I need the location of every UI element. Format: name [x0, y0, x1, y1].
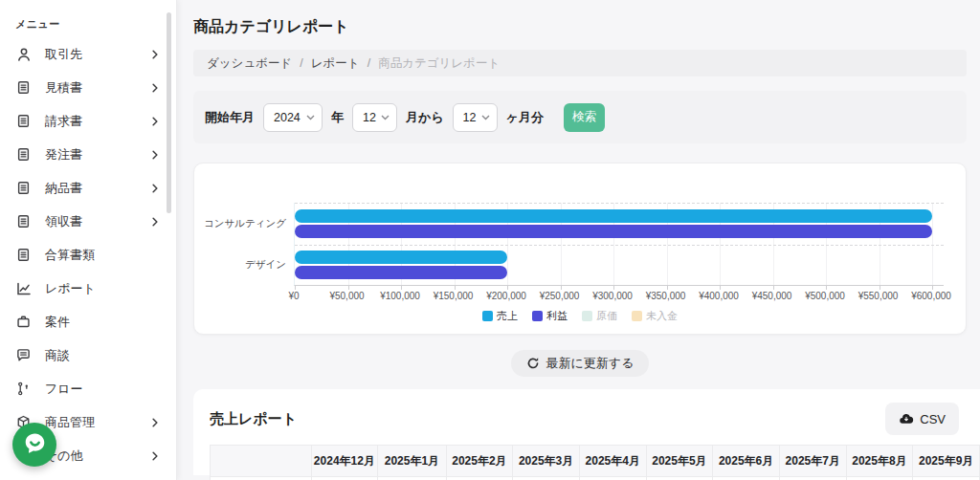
page-title: 商品カテゴリレポート	[193, 17, 967, 37]
cell-value: ¥0	[646, 477, 713, 480]
sidebar-item-label: 発注書	[45, 146, 149, 164]
x-axis-tick-label: ¥50,000	[329, 291, 364, 301]
span-select[interactable]: 12	[453, 103, 498, 132]
sidebar-item-フロー[interactable]: フロー	[0, 372, 176, 405]
column-header: 2024年12月	[311, 446, 378, 477]
sidebar-item-label: 領収書	[45, 213, 149, 230]
legend-swatch	[482, 311, 493, 321]
axis-tick	[348, 286, 349, 290]
axis-tick	[932, 286, 933, 290]
legend-item-売上[interactable]: 売上	[482, 309, 518, 323]
chevron-right-icon	[149, 149, 163, 161]
column-header: 2025年9月	[913, 446, 980, 477]
csv-button-label: CSV	[920, 412, 946, 426]
sidebar-item-見積書[interactable]: 見積書	[0, 71, 176, 104]
legend-swatch	[532, 311, 543, 321]
csv-download-button[interactable]: CSV	[885, 403, 959, 435]
table-row: コンサルティング¥0¥300,000¥0¥0¥0¥0¥0¥0¥0	[211, 477, 980, 480]
sidebar-item-案件[interactable]: 案件	[0, 305, 176, 338]
document-icon	[15, 247, 32, 263]
refresh-icon	[526, 357, 540, 370]
chart-category-label: コンサルティング	[194, 203, 286, 245]
bar-利益	[295, 266, 507, 279]
sidebar-item-請求書[interactable]: 請求書	[0, 104, 176, 138]
month-suffix-label: 月から	[406, 109, 444, 126]
sidebar-item-レポート[interactable]: レポート	[0, 272, 176, 305]
cell-value: ¥0	[579, 477, 646, 480]
x-axis-tick-label: ¥100,000	[380, 291, 420, 301]
refresh-button[interactable]: 最新に更新する	[511, 350, 650, 377]
x-axis-tick-label: ¥600,000	[911, 291, 951, 301]
sidebar-item-label: 商談	[45, 347, 163, 364]
breadcrumb-separator: /	[368, 56, 370, 70]
table-header-row: 2024年12月2025年1月2025年2月2025年3月2025年4月2025…	[211, 446, 980, 477]
chat-bubble-icon	[22, 430, 48, 459]
document-icon	[15, 213, 32, 229]
axis-tick	[880, 286, 880, 290]
chart-band-divider	[295, 203, 944, 204]
legend-item-原価[interactable]: 原価	[582, 309, 617, 323]
axis-tick	[561, 286, 562, 290]
person-icon	[15, 46, 32, 62]
cell-value: ¥0	[311, 477, 378, 480]
chart-band-divider	[295, 245, 944, 246]
column-header: 2025年5月	[646, 446, 713, 477]
sidebar: メニュー 取引先見積書請求書発注書納品書領収書合算書類レポート案件商談フロー商品…	[0, 0, 177, 480]
cell-value: ¥300,000	[378, 477, 446, 480]
sidebar-item-合算書類[interactable]: 合算書類	[0, 238, 176, 272]
column-header: 2025年6月	[713, 446, 780, 477]
sidebar-item-納品書[interactable]: 納品書	[0, 171, 176, 205]
year-select[interactable]: 2024	[263, 103, 323, 132]
column-header	[211, 446, 312, 477]
legend-item-未入金[interactable]: 未入金	[632, 309, 678, 323]
axis-tick	[507, 286, 508, 290]
axis-tick	[295, 286, 296, 290]
sidebar-menu-label: メニュー	[0, 17, 176, 37]
sidebar-item-発注書[interactable]: 発注書	[0, 138, 176, 171]
breadcrumb: ダッシュボード/レポート/商品カテゴリレポート	[193, 50, 967, 76]
chart-legend: 売上利益原価未入金	[194, 309, 966, 323]
axis-tick	[613, 286, 614, 290]
legend-item-利益[interactable]: 利益	[532, 309, 568, 323]
x-axis-tick-label: ¥200,000	[486, 291, 526, 301]
breadcrumb-link[interactable]: ダッシュボード	[207, 55, 292, 72]
sidebar-item-label: 請求書	[45, 113, 149, 130]
x-axis-tick-label: ¥500,000	[805, 291, 845, 301]
axis-tick	[773, 286, 774, 290]
legend-label: 未入金	[646, 309, 678, 323]
document-icon	[15, 113, 32, 129]
sidebar-scrollbar[interactable]	[167, 12, 171, 213]
chart-line-icon	[15, 280, 32, 296]
legend-label: 利益	[546, 309, 568, 323]
breadcrumb-link[interactable]: レポート	[311, 55, 360, 72]
category-bar-chart: コンサルティングデザイン¥0¥50,000¥100,000¥150,000¥20…	[193, 163, 967, 335]
search-button[interactable]: 検索	[564, 103, 605, 132]
sidebar-item-商談[interactable]: 商談	[0, 338, 176, 372]
flow-icon	[15, 381, 32, 397]
main-content: 商品カテゴリレポート ダッシュボード/レポート/商品カテゴリレポート 開始年月 …	[177, 0, 980, 480]
sidebar-item-領収書[interactable]: 領収書	[0, 205, 176, 238]
chat-launcher-button[interactable]	[12, 423, 56, 467]
sales-report-header: 売上レポート CSV	[210, 403, 980, 435]
sidebar-item-label: 案件	[45, 314, 163, 331]
column-header: 2025年8月	[846, 446, 913, 477]
cell-value: ¥0	[846, 477, 913, 480]
sidebar-item-取引先[interactable]: 取引先	[0, 37, 176, 71]
x-axis-tick-label: ¥450,000	[752, 291, 792, 301]
cell-value: ¥0	[713, 477, 780, 480]
chart-plot-area	[294, 203, 944, 286]
month-select[interactable]: 12	[352, 103, 397, 132]
column-header: 2025年2月	[446, 446, 513, 477]
sales-report-table: 2024年12月2025年1月2025年2月2025年3月2025年4月2025…	[210, 445, 980, 480]
chevron-right-icon	[149, 116, 163, 127]
x-axis-tick-label: ¥300,000	[592, 291, 633, 301]
cell-value: ¥0	[779, 477, 846, 480]
app-window: メニュー 取引先見積書請求書発注書納品書領収書合算書類レポート案件商談フロー商品…	[0, 0, 980, 480]
bar-売上	[295, 209, 932, 223]
column-header: 2025年4月	[579, 446, 646, 477]
start-yearmonth-label: 開始年月	[205, 109, 255, 126]
year-suffix-label: 年	[331, 109, 344, 126]
row-label: コンサルティング	[211, 477, 312, 480]
axis-tick	[826, 286, 827, 290]
sidebar-item-label: 取引先	[45, 46, 149, 63]
